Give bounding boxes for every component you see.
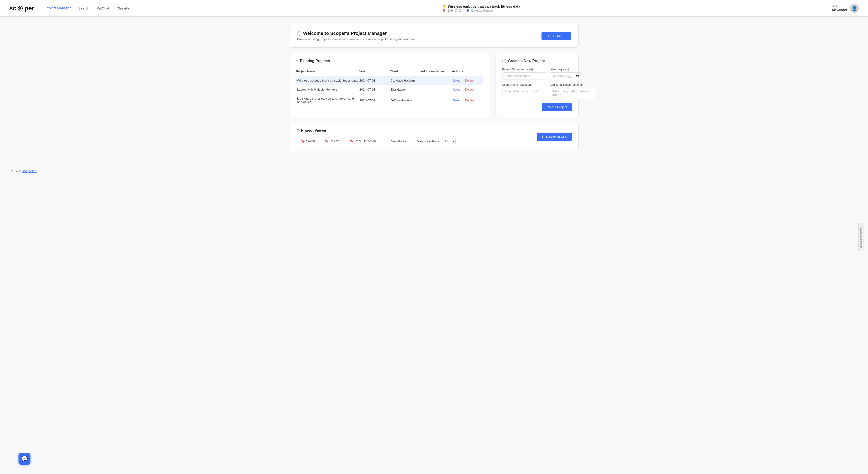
- existing-projects-panel: ≡ Existing Projects Project Name Date Cl…: [289, 53, 490, 117]
- nav-classifier[interactable]: Classifier: [117, 5, 131, 11]
- tab-deleted[interactable]: 🔖 Deleted: [319, 137, 345, 145]
- person-icon: 👤: [466, 9, 469, 12]
- nav: Project Manager Search PatChat Classifie…: [45, 5, 131, 11]
- info-icon: i: [297, 31, 301, 36]
- welcome-title: i Welcome to Scoper's Project Manager: [297, 31, 416, 36]
- nav-patchat[interactable]: PatChat: [96, 5, 109, 11]
- new-bucket-label: + New Bucket: [388, 140, 408, 143]
- form-row-2: Client Name (optional) Additional Notes …: [502, 83, 572, 99]
- additional-notes-label: Additional Notes (optional): [550, 83, 595, 86]
- row-date: 2024-07-03: [359, 79, 390, 82]
- date-input[interactable]: [550, 72, 582, 80]
- project-date: 2024-07-03: [447, 9, 462, 12]
- tab-saved[interactable]: 🔖 Saved: [296, 137, 319, 145]
- results-per-page-select[interactable]: 20 50 100: [442, 138, 456, 144]
- separator: |: [463, 9, 464, 12]
- welcome-content: i Welcome to Scoper's Project Manager Br…: [297, 31, 416, 41]
- greeting-text: Hello: [832, 5, 847, 8]
- row-project-name: Laptop with Multiple Monitors: [296, 88, 359, 91]
- row-project-name: Ice skates that allow you to skate on la…: [296, 97, 359, 104]
- project-client: Candace Halpern: [471, 9, 493, 12]
- row-project-name: Wireless earbuds that can track fitness …: [296, 79, 359, 82]
- nav-project-manager[interactable]: Project Manager: [45, 5, 71, 11]
- welcome-card: i Welcome to Scoper's Project Manager Br…: [289, 24, 579, 48]
- delete-button[interactable]: Delete: [465, 99, 474, 102]
- project-title-text: Wireless earbuds that can track fitness …: [448, 4, 520, 8]
- table-header: Project Name Date Client Additional Note…: [296, 68, 483, 75]
- date-label: Date (required): [550, 68, 582, 71]
- bookmark-icon: 🔖: [301, 139, 305, 143]
- info-icon: i: [502, 59, 506, 63]
- select-button[interactable]: Select: [453, 88, 461, 91]
- header: sc per Project Manager Search PatChat Cl…: [0, 0, 868, 17]
- row-date: 2024-07-03: [359, 99, 390, 102]
- row-actions: Select Delete: [452, 79, 483, 82]
- svg-point-0: [19, 7, 22, 9]
- welcome-title-text: Welcome to Scoper's Project Manager: [303, 31, 387, 36]
- col-date: Date: [359, 69, 390, 73]
- additional-notes-input[interactable]: [550, 88, 595, 99]
- main-content: i Welcome to Scoper's Project Manager Br…: [284, 17, 584, 164]
- viewer-header: ⚙ Project Viewer 🔖 Saved 🔖 Deleted 🔖 Pos…: [296, 128, 572, 145]
- client-name-group: Client Name (optional): [502, 83, 546, 99]
- col-project-name: Project Name: [296, 69, 359, 73]
- header-project-title: 📁 Wireless earbuds that can track fitnes…: [442, 4, 520, 8]
- user-name: Alexander: [832, 8, 847, 12]
- welcome-description: Browse existing projects, create new one…: [297, 37, 416, 41]
- delete-button[interactable]: Delete: [465, 79, 474, 82]
- row-actions: Select Delete: [452, 99, 483, 102]
- client-name-input[interactable]: [502, 88, 546, 95]
- header-project-meta: 📅 2024-07-03 | 👤 Candace Halpern: [442, 9, 493, 12]
- header-center: 📁 Wireless earbuds that can track fitnes…: [442, 4, 520, 12]
- col-notes: Additional Notes: [421, 69, 452, 73]
- user-info: Hello Alexander: [832, 5, 847, 12]
- tab-saved-label: Saved: [306, 139, 315, 143]
- date-group: Date (required): [550, 68, 582, 80]
- row-client: Candace Halpern: [390, 79, 421, 82]
- download-csv-button[interactable]: ⬇ Download CSV: [537, 132, 572, 141]
- table-row: Laptop with Multiple Monitors 2024-07-03…: [296, 85, 483, 94]
- middle-row: ≡ Existing Projects Project Name Date Cl…: [289, 53, 579, 117]
- table-row: Wireless earbuds that can track fitness …: [296, 76, 483, 85]
- bookmark-icon: 🔖: [349, 139, 353, 143]
- tab-pose-detection[interactable]: 🔖 Pose Detection: [345, 137, 380, 145]
- tab-deleted-label: Deleted: [330, 139, 340, 143]
- learn-more-button[interactable]: Learn More: [541, 32, 571, 40]
- row-client: Jeffrey Halpern: [390, 99, 421, 102]
- client-name-label: Client Name (optional): [502, 83, 546, 86]
- project-name-label: Project Name (required): [502, 68, 546, 71]
- project-name-group: Project Name (required): [502, 68, 546, 80]
- row-client: Ella Halpern: [390, 88, 421, 91]
- project-viewer-title-text: Project Viewer: [301, 128, 327, 132]
- project-viewer-panel: ⚙ Project Viewer 🔖 Saved 🔖 Deleted 🔖 Pos…: [289, 123, 579, 151]
- calendar-icon: 📅: [442, 9, 446, 12]
- delete-button[interactable]: Delete: [465, 88, 474, 91]
- viewer-left: ⚙ Project Viewer 🔖 Saved 🔖 Deleted 🔖 Pos…: [296, 128, 456, 145]
- select-button[interactable]: Select: [453, 99, 461, 102]
- existing-projects-title-text: Existing Projects: [300, 59, 330, 63]
- existing-projects-title: ≡ Existing Projects: [296, 59, 483, 63]
- row-date: 2024-07-03: [359, 88, 390, 91]
- avatar: 👤: [850, 4, 859, 13]
- create-project-title-text: Create a New Project: [508, 59, 545, 63]
- nav-search[interactable]: Search: [78, 5, 89, 11]
- tab-pose-detection-label: Pose Detection: [355, 139, 376, 143]
- footer: 2024 © Scoper Inc.: [0, 164, 868, 178]
- table-row: Ice skates that allow you to skate on la…: [296, 94, 483, 107]
- form-row-1: Project Name (required) Date (required): [502, 68, 572, 80]
- logo-text: sc: [9, 5, 17, 12]
- folder-icon: 📁: [442, 4, 446, 8]
- project-name-input[interactable]: [502, 72, 546, 80]
- create-project-button[interactable]: Create Project: [542, 103, 572, 111]
- create-project-panel: i Create a New Project Project Name (req…: [496, 53, 579, 117]
- gear-icon: ⚙: [296, 128, 299, 132]
- row-actions: Select Delete: [452, 88, 483, 91]
- plus-icon: +: [385, 140, 387, 143]
- col-client: Client: [390, 69, 421, 73]
- footer-company-link[interactable]: Scoper Inc.: [22, 169, 37, 173]
- footer-copyright: 2024 ©: [11, 169, 21, 173]
- header-left: sc per Project Manager Search PatChat Cl…: [9, 5, 131, 12]
- new-bucket-button[interactable]: + + New Bucket: [380, 138, 412, 145]
- select-button[interactable]: Select: [453, 79, 461, 82]
- project-viewer-title: ⚙ Project Viewer: [296, 128, 456, 132]
